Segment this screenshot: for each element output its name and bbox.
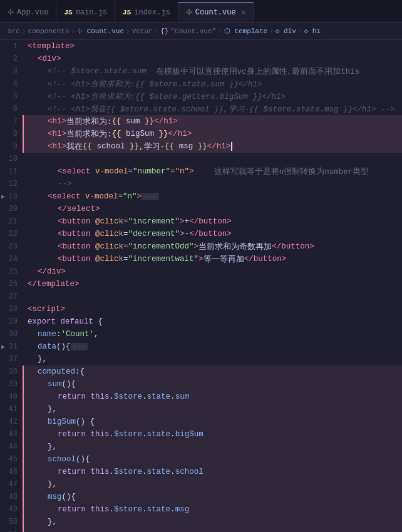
ln-7: 7 bbox=[0, 115, 23, 128]
ln-46: 46 bbox=[0, 466, 23, 478]
code-line-12: --> bbox=[23, 178, 402, 190]
ln-3: 3 bbox=[0, 65, 23, 78]
code-line-41: }, bbox=[23, 403, 402, 416]
code-content[interactable]: <template> <div> <!-- $store.state.sum 在… bbox=[23, 40, 402, 532]
code-line-8: <h1>当前求和为:{{ bigSum }}</h1> bbox=[23, 128, 402, 140]
ln-20: 20 bbox=[0, 203, 23, 215]
code-line-50: }, bbox=[23, 516, 402, 528]
bc-src: src bbox=[8, 28, 20, 35]
code-line-5: <!-- <h1>当前求和为:{{ $store.getters.bigSum … bbox=[23, 90, 402, 103]
ln-30: 30 bbox=[0, 328, 23, 340]
code-line-11: <select v-model="number"="n">这样写就等于是将n强制… bbox=[23, 165, 402, 178]
code-line-31: data(){··· bbox=[23, 340, 402, 353]
code-line-9: <h1>我在{{ school }},学习-{{ msg }}</h1> bbox=[23, 140, 402, 153]
code-line-44: }, bbox=[23, 441, 402, 453]
code-line-37: }, bbox=[23, 353, 402, 366]
code-line-13: <select v-model="n"> ··· bbox=[23, 190, 402, 203]
code-line-3: <!-- $store.state.sum 在模板中可以直接使用vc身上的属性,… bbox=[23, 65, 402, 78]
bc-vetur: Vetur bbox=[132, 28, 153, 35]
ln-26: 26 bbox=[0, 278, 23, 290]
code-line-30: name:'Count', bbox=[23, 328, 402, 340]
code-line-39: sum(){ bbox=[23, 378, 402, 391]
bc-components: components bbox=[28, 28, 69, 35]
line-numbers: 1 2 3 4 5 6 7 8 9 10 11 12 ▶13 20 21 22 … bbox=[0, 40, 23, 532]
code-line-48: msg(){ bbox=[23, 491, 402, 503]
code-line-45: school(){ bbox=[23, 453, 402, 466]
ln-6: 6 bbox=[0, 103, 23, 115]
bc-div: ◇ div bbox=[276, 27, 296, 35]
ln-2: 2 bbox=[0, 53, 23, 65]
code-line-24: <button @click="incrementwait">等一等再加</bu… bbox=[23, 253, 402, 265]
ln-47: 47 bbox=[0, 478, 23, 491]
code-line-47: }, bbox=[23, 478, 402, 491]
js-icon: JS bbox=[64, 9, 72, 16]
tab-count-vue[interactable]: ⊹ Count.vue ✕ bbox=[178, 2, 254, 22]
ln-43: 43 bbox=[0, 428, 23, 441]
bc-h1: ◇ h1 bbox=[304, 27, 320, 35]
code-line-49: return this.$store.state.msg bbox=[23, 503, 402, 516]
ln-27: 27 bbox=[0, 290, 23, 303]
ln-8: 8 bbox=[0, 128, 23, 140]
bc-bracket: {} bbox=[160, 28, 168, 35]
ln-22: 22 bbox=[0, 228, 23, 240]
code-line-23: <button @click="incrementOdd">当前求和为奇数再加<… bbox=[23, 240, 402, 253]
ln-21: 21 bbox=[0, 215, 23, 228]
bc-sep4: › bbox=[155, 28, 159, 35]
ln-5: 5 bbox=[0, 90, 23, 103]
bc-template: ⬡ template bbox=[224, 27, 267, 35]
ln-11: 11 bbox=[0, 165, 23, 178]
bc-count-vue: ⊹ Count.vue bbox=[77, 27, 124, 35]
code-line-10 bbox=[23, 153, 402, 165]
code-line-21: <button @click="increment">+</button> bbox=[23, 215, 402, 228]
code-line-51 bbox=[23, 528, 402, 532]
js-icon: JS bbox=[123, 9, 131, 16]
code-line-25: </div> bbox=[23, 265, 402, 278]
code-line-4: <!-- <h1>当前求和为:{{ $store.state.sum }}</h… bbox=[23, 78, 402, 90]
code-line-7: <h1>当前求和为:{{ sum }}</h1> bbox=[23, 115, 402, 128]
ln-44: 44 bbox=[0, 441, 23, 453]
ln-4: 4 bbox=[0, 78, 23, 90]
tab-index-js[interactable]: JS index.js bbox=[115, 2, 178, 22]
tab-label: App.vue bbox=[17, 8, 48, 17]
code-line-20: </select> bbox=[23, 203, 402, 215]
ln-23: 23 bbox=[0, 240, 23, 253]
ln-40: 40 bbox=[0, 391, 23, 403]
tab-app-vue[interactable]: ⊹ App.vue bbox=[0, 2, 56, 22]
tab-close-button[interactable]: ✕ bbox=[242, 9, 245, 16]
code-line-26: </template> bbox=[23, 278, 402, 290]
tab-label: main.js bbox=[76, 8, 107, 17]
ln-29: 29 bbox=[0, 315, 23, 328]
app-container: ⊹ App.vue JS main.js JS index.js ⊹ Count… bbox=[0, 0, 402, 532]
tab-label: index.js bbox=[134, 8, 170, 17]
ln-48: 48 bbox=[0, 491, 23, 503]
tab-label: Count.vue bbox=[195, 8, 236, 17]
ln-25: 25 bbox=[0, 265, 23, 278]
code-line-29: export default { bbox=[23, 315, 402, 328]
ln-13: ▶13 bbox=[0, 190, 23, 203]
ln-50: 50 bbox=[0, 516, 23, 528]
code-line-42: bigSum() { bbox=[23, 416, 402, 428]
code-line-28: <script> bbox=[23, 303, 402, 315]
ln-10: 10 bbox=[0, 153, 23, 165]
tab-bar: ⊹ App.vue JS main.js JS index.js ⊹ Count… bbox=[0, 0, 402, 23]
tab-main-js[interactable]: JS main.js bbox=[56, 2, 115, 22]
ln-51: 51 bbox=[0, 528, 23, 532]
bc-sep5: › bbox=[218, 28, 222, 35]
ln-42: 42 bbox=[0, 416, 23, 428]
vue-icon: ⊹ bbox=[186, 8, 192, 17]
ln-31: ▶31 bbox=[0, 340, 23, 353]
code-line-22: <button @click="decrement">-</button> bbox=[23, 228, 402, 240]
code-line-1: <template> bbox=[23, 40, 402, 53]
ln-41: 41 bbox=[0, 403, 23, 416]
ln-39: 39 bbox=[0, 378, 23, 391]
ln-24: 24 bbox=[0, 253, 23, 265]
ln-49: 49 bbox=[0, 503, 23, 516]
code-line-6: <!-- <h1>我在{{ $store.state.school }},学习-… bbox=[23, 103, 402, 115]
editor: 1 2 3 4 5 6 7 8 9 10 11 12 ▶13 20 21 22 … bbox=[0, 40, 402, 532]
bc-sep2: › bbox=[71, 28, 75, 35]
code-line-43: return this.$store.state.bigSum bbox=[23, 428, 402, 441]
code-line-46: return this.$store.state.school bbox=[23, 466, 402, 478]
ln-12: 12 bbox=[0, 178, 23, 190]
code-line-27 bbox=[23, 290, 402, 303]
ln-37: 37 bbox=[0, 353, 23, 366]
